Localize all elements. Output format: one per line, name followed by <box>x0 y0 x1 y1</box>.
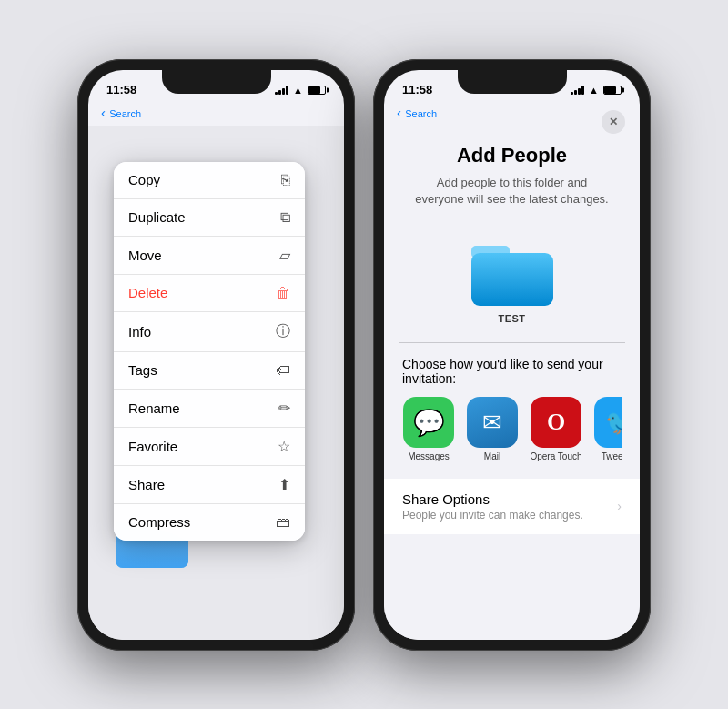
status-time-right: 11:58 <box>402 83 432 96</box>
mail-app-icon: ✉ <box>467 397 518 448</box>
notch-right <box>458 70 567 94</box>
signal-icon-left <box>275 86 288 95</box>
phone-left-screen: 11:58 ▲ Search <box>88 70 344 640</box>
menu-label-copy: Copy <box>128 172 160 187</box>
menu-label-move: Move <box>128 248 162 263</box>
status-time-left: 11:58 <box>106 83 136 96</box>
mail-app-label: Mail <box>484 451 500 461</box>
folder-name: TEST <box>498 313 525 324</box>
share-app-tweetbot[interactable]: 🐦 Tweetbot <box>593 397 622 461</box>
messages-icon-glyph: 💬 <box>413 408 445 438</box>
add-people-header: Add People Add people to this folder and… <box>384 126 640 222</box>
phone-right: 11:58 ▲ Search ✕ <box>373 59 651 651</box>
share-options-title: Share Options <box>402 491 583 507</box>
menu-label-favorite: Favorite <box>128 439 177 454</box>
share-prompt: Choose how you'd like to send your invit… <box>402 357 622 386</box>
add-people-subtitle: Add people to this folder and everyone w… <box>411 175 612 208</box>
rename-icon: ✏ <box>278 400 290 417</box>
menu-item-duplicate[interactable]: Duplicate ⧉ <box>114 199 305 237</box>
share-app-mail[interactable]: ✉ Mail <box>466 397 519 461</box>
menu-label-rename: Rename <box>128 400 180 416</box>
share-app-opera[interactable]: O Opera Touch <box>530 397 582 461</box>
tags-icon: 🏷 <box>276 362 290 379</box>
move-icon: ▱ <box>279 247 290 264</box>
tweetbot-icon-glyph: 🐦 <box>605 409 622 437</box>
copy-icon: ⎘ <box>281 172 290 188</box>
signal-icon-right <box>571 86 584 95</box>
svg-rect-4 <box>471 253 553 306</box>
share-icon: ⬆ <box>278 476 290 493</box>
notch-left <box>162 70 271 94</box>
duplicate-icon: ⧉ <box>280 209 290 226</box>
share-app-messages[interactable]: 💬 Messages <box>402 397 455 461</box>
wifi-icon-right: ▲ <box>589 85 599 96</box>
messages-app-icon: 💬 <box>403 397 454 448</box>
compress-icon: 🗃 <box>276 514 290 531</box>
add-people-title: Add People <box>411 144 612 167</box>
wifi-icon-left: ▲ <box>293 85 303 96</box>
close-icon: ✕ <box>609 116 618 128</box>
favorite-icon: ☆ <box>278 438 290 455</box>
menu-item-delete[interactable]: Delete 🗑 <box>114 275 305 312</box>
menu-item-copy[interactable]: Copy ⎘ <box>114 162 305 199</box>
nav-back-left[interactable]: Search <box>101 105 141 120</box>
menu-label-tags: Tags <box>128 362 157 378</box>
battery-icon-left <box>308 86 326 95</box>
share-options-subtitle: People you invite can make changes. <box>402 509 583 522</box>
opera-app-icon: O <box>531 397 581 448</box>
context-menu: Copy ⎘ Duplicate ⧉ Move ▱ Delete 🗑 <box>114 162 305 541</box>
share-apps-list: 💬 Messages ✉ Mail O <box>402 397 622 461</box>
share-options-left: Share Options People you invite can make… <box>402 491 583 522</box>
menu-item-move[interactable]: Move ▱ <box>114 237 305 275</box>
menu-label-compress: Compress <box>128 514 190 530</box>
tweetbot-app-icon: 🐦 <box>594 397 622 448</box>
left-screen-content: Copy ⎘ Duplicate ⧉ Move ▱ Delete 🗑 <box>88 126 344 640</box>
opera-icon-glyph: O <box>547 409 565 436</box>
status-icons-left: ▲ <box>275 85 326 96</box>
share-section: Choose how you'd like to send your invit… <box>384 342 640 471</box>
menu-label-share: Share <box>128 477 165 492</box>
menu-label-info: Info <box>128 324 151 339</box>
menu-item-favorite[interactable]: Favorite ☆ <box>114 428 305 466</box>
share-options-row[interactable]: Share Options People you invite can make… <box>384 479 640 534</box>
nav-bar-left: Search <box>88 103 344 126</box>
info-icon: ⓘ <box>276 322 290 341</box>
menu-item-share[interactable]: Share ⬆ <box>114 466 305 504</box>
menu-label-duplicate: Duplicate <box>128 209 186 225</box>
phones-container: 11:58 ▲ Search <box>77 59 651 651</box>
chevron-right-icon: › <box>617 499 622 513</box>
mail-icon-glyph: ✉ <box>482 409 502 437</box>
menu-item-tags[interactable]: Tags 🏷 <box>114 352 305 390</box>
add-people-screen: Add People Add people to this folder and… <box>384 126 640 640</box>
phone-right-screen: 11:58 ▲ Search ✕ <box>384 70 640 640</box>
test-folder-icon <box>471 237 553 306</box>
close-button[interactable]: ✕ <box>602 110 625 134</box>
menu-label-delete: Delete <box>128 285 167 300</box>
battery-icon-right <box>603 86 622 95</box>
menu-item-compress[interactable]: Compress 🗃 <box>114 504 305 541</box>
messages-app-label: Messages <box>408 451 450 461</box>
opera-app-label: Opera Touch <box>530 451 581 461</box>
phone-left: 11:58 ▲ Search <box>77 59 355 651</box>
divider-2 <box>399 471 625 471</box>
delete-icon: 🗑 <box>276 285 290 301</box>
status-icons-right: ▲ <box>571 85 622 96</box>
tweetbot-app-label: Tweetbot <box>602 451 622 461</box>
folder-display: TEST <box>384 222 640 342</box>
menu-item-info[interactable]: Info ⓘ <box>114 312 305 352</box>
nav-back-right[interactable]: Search <box>397 105 437 120</box>
menu-item-rename[interactable]: Rename ✏ <box>114 390 305 428</box>
